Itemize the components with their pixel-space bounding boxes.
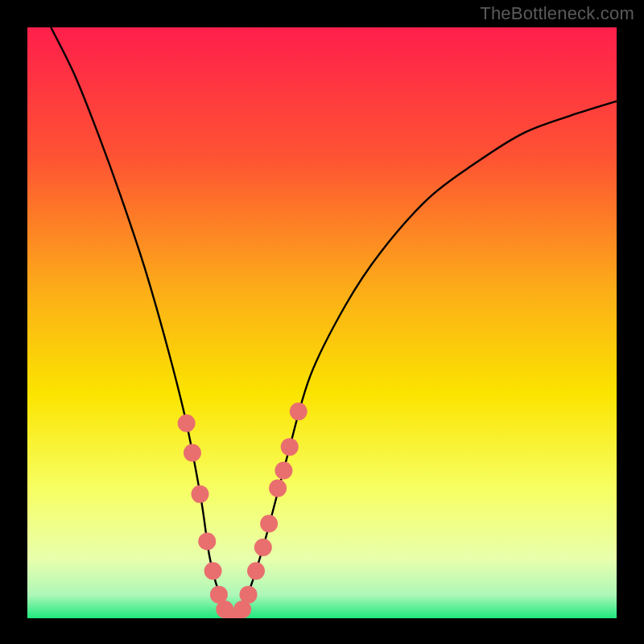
curve-marker [254,539,272,556]
curve-marker [281,438,299,456]
curve-marker [204,562,222,580]
curve-marker [269,480,287,497]
curve-marker [191,485,208,503]
plot-area [27,27,617,618]
chart-frame: TheBottleneck.com [0,0,644,644]
gradient-background [27,27,617,618]
curve-marker [178,415,196,432]
curve-marker [275,462,292,480]
curve-marker [198,533,216,551]
curve-marker [240,586,258,604]
curve-marker [260,515,278,533]
curve-marker [184,444,201,461]
curve-marker [290,402,308,420]
watermark-text: TheBottleneck.com [480,3,634,24]
curve-marker [247,562,265,580]
bottleneck-curve-chart [27,27,617,618]
